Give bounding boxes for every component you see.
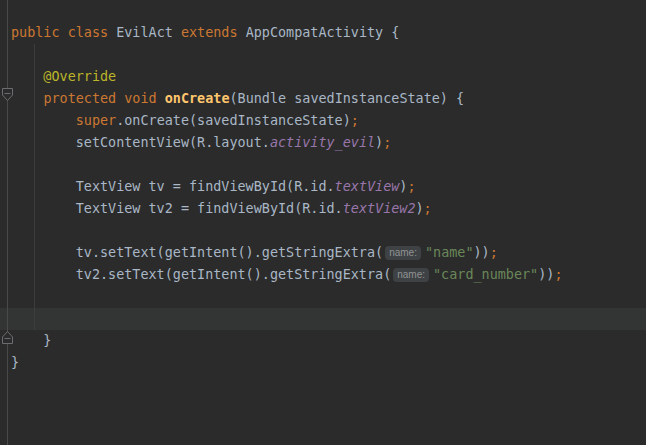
code-token-fld: textView xyxy=(335,179,400,194)
code-line-15[interactable]: } xyxy=(0,330,646,352)
code-token-str: "card_number" xyxy=(433,267,538,282)
code-line-2[interactable] xyxy=(0,44,646,66)
code-token-pl: } xyxy=(11,355,19,370)
code-line-14[interactable] xyxy=(0,308,646,330)
code-line-6[interactable]: setContentView(R.layout.activity_evil); xyxy=(0,132,646,154)
code-token-pl xyxy=(11,91,43,106)
code-token-kw: class xyxy=(68,25,108,40)
code-line-5[interactable]: super.onCreate(savedInstanceState); xyxy=(0,110,646,132)
code-token-pl: TextView tv = findViewById(R.id. xyxy=(11,179,335,194)
code-token-ann: @Override xyxy=(11,69,116,84)
code-line-8[interactable]: TextView tv = findViewById(R.id.textView… xyxy=(0,176,646,198)
code-token-pl: tv2.setText(getIntent().getStringExtra( xyxy=(11,267,391,282)
code-token-semi: ; xyxy=(351,113,359,128)
code-token-mth: onCreate xyxy=(165,91,230,106)
code-token-kw: super xyxy=(76,113,116,128)
code-token-str: "name" xyxy=(425,245,474,260)
code-token-kw: protected xyxy=(43,91,116,106)
code-token-pl: EvilAct xyxy=(108,25,181,40)
code-editor[interactable]: public class EvilAct extends AppCompatAc… xyxy=(0,0,646,445)
code-line-10[interactable] xyxy=(0,220,646,242)
code-line-1[interactable]: public class EvilAct extends AppCompatAc… xyxy=(0,22,646,44)
code-token-pl: TextView tv2 = findViewById(R.id. xyxy=(11,201,343,216)
code-line-13[interactable] xyxy=(0,286,646,308)
code-line-9[interactable]: TextView tv2 = findViewById(R.id.textVie… xyxy=(0,198,646,220)
code-token-pl: } xyxy=(11,333,51,348)
code-text-area[interactable]: public class EvilAct extends AppCompatAc… xyxy=(0,22,646,374)
code-token-semi: ; xyxy=(490,245,498,260)
code-token-pl xyxy=(157,91,165,106)
code-line-3[interactable]: @Override xyxy=(0,66,646,88)
code-token-pl: ) xyxy=(375,135,383,150)
code-token-fld: textView2 xyxy=(343,201,416,216)
code-line-11[interactable]: tv.setText(getIntent().getStringExtra(na… xyxy=(0,242,646,264)
code-token-pl: AppCompatActivity { xyxy=(238,25,400,40)
code-token-semi: ; xyxy=(383,135,391,150)
code-token-pl: )) xyxy=(474,245,490,260)
code-token-pl: )) xyxy=(538,267,554,282)
code-token-kw: public xyxy=(11,25,60,40)
code-token-semi: ; xyxy=(554,267,562,282)
code-token-semi: ; xyxy=(407,179,415,194)
parameter-name-hint: name: xyxy=(385,246,421,260)
code-token-kw: void xyxy=(124,91,156,106)
code-line-12[interactable]: tv2.setText(getIntent().getStringExtra(n… xyxy=(0,264,646,286)
code-line-16[interactable]: } xyxy=(0,352,646,374)
code-token-pl: ) xyxy=(416,201,424,216)
code-token-pl: setContentView(R.layout. xyxy=(11,135,270,150)
code-token-fld: activity_evil xyxy=(270,135,375,150)
code-token-pl: .onCreate(savedInstanceState) xyxy=(116,113,351,128)
code-token-pl xyxy=(60,25,68,40)
code-line-7[interactable] xyxy=(0,154,646,176)
code-token-kw: extends xyxy=(181,25,238,40)
parameter-name-hint: name: xyxy=(393,268,429,282)
code-token-pl xyxy=(11,113,76,128)
code-token-semi: ; xyxy=(424,201,432,216)
code-line-4[interactable]: protected void onCreate(Bundle savedInst… xyxy=(0,88,646,110)
code-token-pl: tv.setText(getIntent().getStringExtra( xyxy=(11,245,383,260)
code-token-pl: (Bundle savedInstanceState) { xyxy=(229,91,464,106)
